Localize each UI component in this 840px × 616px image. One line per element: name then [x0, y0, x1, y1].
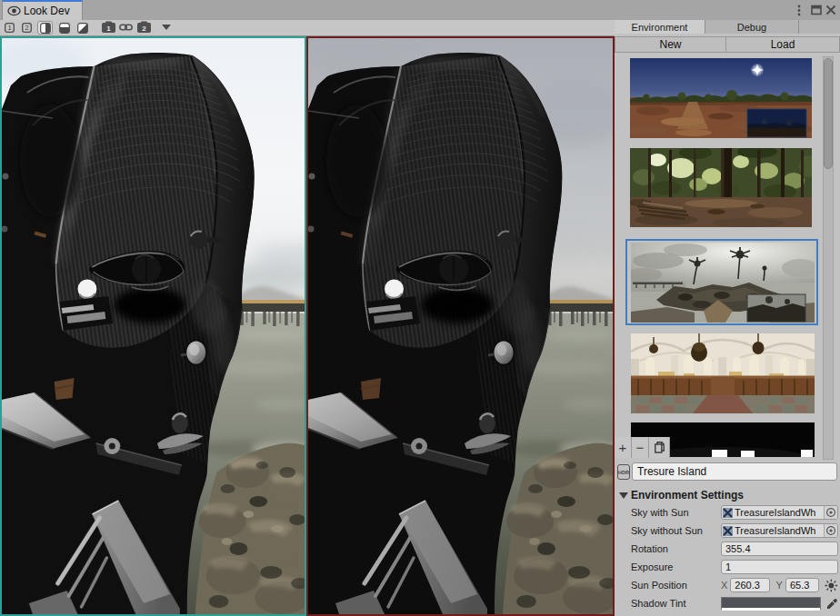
svg-text:2: 2	[142, 25, 146, 33]
svg-text:1: 1	[7, 24, 11, 32]
svg-text:1: 1	[106, 25, 111, 33]
svg-text:2: 2	[25, 24, 28, 32]
